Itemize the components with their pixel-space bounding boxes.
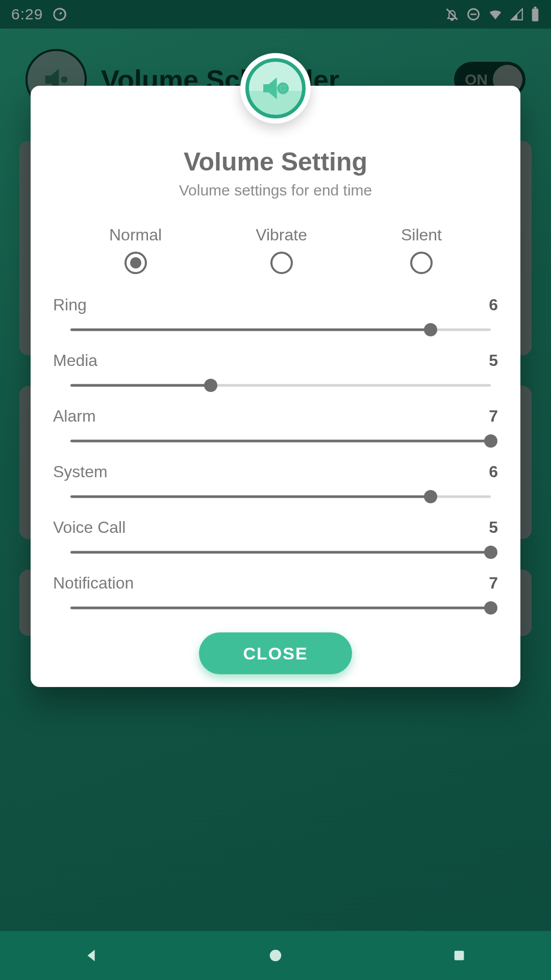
slider-value: 7	[489, 574, 498, 593]
slider-label: System	[53, 462, 108, 481]
mode-option-silent[interactable]: Silent	[401, 226, 442, 274]
slider-track-notification[interactable]	[70, 601, 491, 615]
slider-value: 5	[489, 518, 498, 537]
slider-notification: Notification7	[52, 574, 499, 615]
mode-label: Silent	[401, 226, 442, 244]
slider-track-voice-call[interactable]	[70, 545, 491, 559]
nav-home-button[interactable]	[255, 939, 296, 972]
dialog-subtitle: Volume settings for end time	[52, 182, 499, 199]
close-button[interactable]: CLOSE	[199, 632, 352, 674]
slider-label: Notification	[53, 574, 134, 593]
slider-ring: Ring6	[52, 296, 499, 337]
speaker-plus-icon	[259, 72, 292, 105]
slider-label: Voice Call	[53, 518, 126, 537]
slider-thumb[interactable]	[484, 601, 497, 615]
slider-value: 7	[489, 407, 498, 426]
slider-thumb[interactable]	[424, 323, 437, 336]
radio-vibrate[interactable]	[270, 252, 293, 274]
nav-home-icon	[268, 948, 283, 963]
slider-media: Media5	[52, 351, 499, 393]
mode-option-normal[interactable]: Normal	[109, 226, 162, 274]
dialog-title: Volume Setting	[52, 147, 499, 177]
nav-back-button[interactable]	[71, 939, 112, 972]
slider-voice-call: Voice Call5	[52, 518, 499, 559]
slider-track-alarm[interactable]	[70, 434, 491, 448]
volume-setting-dialog: Volume Setting Volume settings for end t…	[31, 86, 520, 687]
slider-value: 6	[489, 462, 498, 481]
slider-label: Media	[53, 351, 97, 370]
slider-label: Ring	[53, 296, 87, 314]
mode-option-vibrate[interactable]: Vibrate	[256, 226, 307, 274]
mode-label: Normal	[109, 226, 162, 244]
slider-track-ring[interactable]	[70, 323, 491, 337]
radio-silent[interactable]	[410, 252, 433, 274]
slider-thumb[interactable]	[484, 434, 497, 448]
dialog-header-icon	[240, 53, 311, 124]
nav-recent-button[interactable]	[439, 939, 480, 972]
radio-normal[interactable]	[124, 252, 147, 274]
slider-group: Ring6 Media5 Alarm7 System6 Voice Call5 …	[52, 296, 499, 615]
svg-point-12	[270, 950, 282, 962]
nav-back-icon	[83, 947, 101, 964]
slider-value: 6	[489, 296, 498, 314]
svg-rect-13	[455, 951, 464, 961]
slider-system: System6	[52, 462, 499, 504]
system-nav-bar	[0, 931, 551, 980]
mode-label: Vibrate	[256, 226, 307, 244]
slider-thumb[interactable]	[484, 546, 497, 559]
slider-value: 5	[489, 351, 498, 370]
slider-label: Alarm	[53, 407, 96, 426]
slider-thumb[interactable]	[204, 379, 217, 392]
slider-track-media[interactable]	[70, 378, 491, 393]
slider-track-system[interactable]	[70, 489, 491, 504]
mode-selector: Normal Vibrate Silent	[62, 226, 489, 274]
nav-recent-icon	[452, 948, 466, 963]
slider-alarm: Alarm7	[52, 407, 499, 448]
slider-thumb[interactable]	[424, 490, 437, 503]
